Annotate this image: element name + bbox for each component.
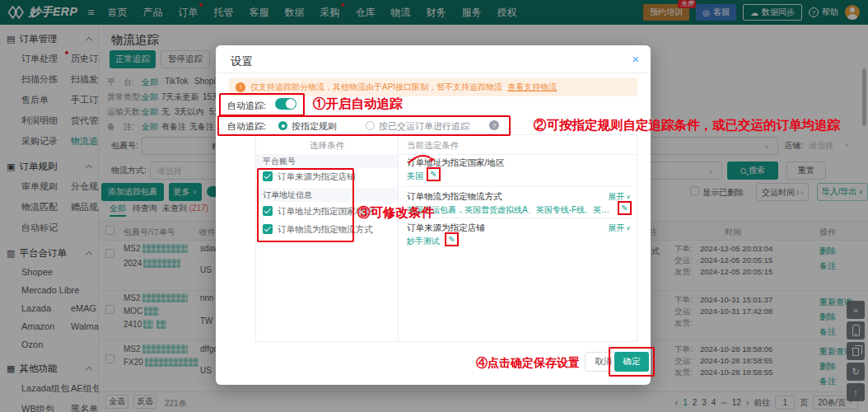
view-supported-logistics-link[interactable]: 查看支持物流	[507, 82, 557, 93]
expand-label: 展开	[608, 222, 624, 234]
annotation-box-checkboxes	[257, 168, 354, 242]
annotation-box-radio	[217, 115, 511, 136]
annotation-box-confirm	[609, 347, 655, 377]
annotation-4: ④点击确定保存设置	[476, 356, 580, 371]
edit-shop-button[interactable]: ✎	[445, 232, 459, 246]
annotation-2: ②可按指定规则自定追踪条件，或已交运的订单均追踪	[534, 117, 840, 134]
item-divider	[404, 218, 632, 218]
screen: 妙手ERP ≡ 首页 产品 订单 托管 客服 数据 采购 仓库 物流 财务 服务…	[0, 0, 868, 412]
warning-icon: !	[236, 82, 245, 92]
edit-country-button[interactable]: ✎	[427, 167, 441, 181]
pencil-icon: ✎	[621, 204, 628, 213]
pencil-icon: ✎	[448, 235, 455, 244]
condition2-value: 英国空运包裹，英国普货虚拟线A、英国专线-F线、英国F专线(直单)、英国普货虚拟…	[407, 204, 614, 216]
left-column-header: 选择条件	[256, 140, 398, 152]
condition1-value: 美国	[407, 171, 423, 182]
warning-text: 仅支持追踪部分物流，其他物流由于API接口限制，暂不支持追踪物流	[250, 82, 502, 93]
selected-conditions-column: 当前选定条件 订单地址为指定国家/地区 美国 ✎ 订单物流为指定物流方式 展开∨…	[399, 135, 637, 341]
chevron-down-icon: ∨	[626, 194, 631, 199]
item-divider	[404, 186, 632, 187]
annotation-3: ③可修改条件	[357, 204, 434, 222]
close-icon[interactable]: ×	[632, 52, 639, 66]
red-arrow-annotation	[405, 150, 438, 165]
condition3-value: 妙手测试	[407, 236, 440, 247]
expand-shop-link[interactable]: 展开∨	[608, 222, 631, 234]
condition2-title: 订单物流为指定物流方式	[407, 191, 502, 203]
annotation-1: ①开启自动追踪	[313, 96, 403, 113]
modal-title: 设置	[231, 54, 253, 69]
edit-logistics-button[interactable]: ✎	[618, 201, 632, 215]
annotation-box-toggle	[219, 93, 305, 116]
modal-divider	[216, 73, 651, 73]
settings-modal: 设置 × ! 仅支持追踪部分物流，其他物流由于API接口限制，暂不支持追踪物流 …	[216, 45, 651, 385]
group-platform-account: 平台账号	[256, 154, 398, 168]
pencil-icon: ✎	[430, 170, 436, 179]
chevron-down-icon: ∨	[626, 225, 631, 231]
